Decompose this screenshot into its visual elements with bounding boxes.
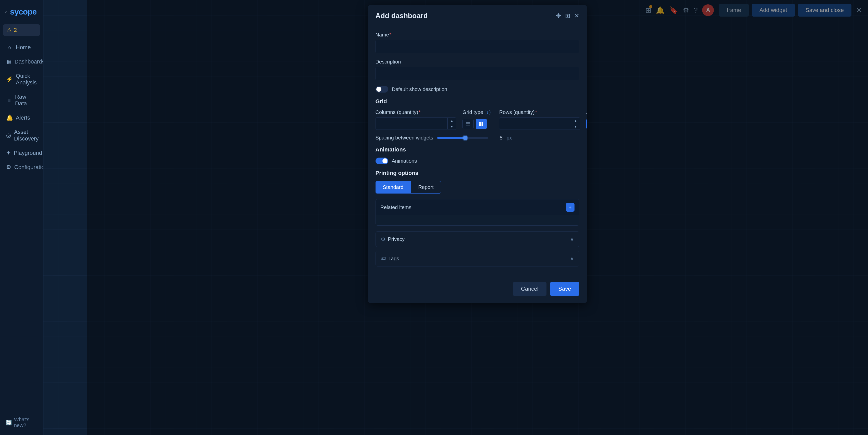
name-field-group: Name*	[375, 32, 579, 53]
sidebar-item-raw-data[interactable]: ≡ Raw Data	[2, 90, 41, 110]
grid-config-row: Columns (quantity)* 24 ▲ ▼	[375, 109, 579, 130]
logo-text: sycope	[10, 7, 36, 17]
description-field-group: Description	[375, 59, 579, 80]
columns-input[interactable]: 24	[376, 118, 447, 129]
configuration-icon: ⚙	[6, 164, 11, 171]
slider-thumb	[463, 136, 467, 140]
spacing-row: Spacing between widgets 8 px	[375, 135, 579, 141]
grid-type-list-btn[interactable]	[462, 119, 474, 129]
arrange-col: Arrange	[586, 109, 587, 129]
spacing-unit: px	[506, 135, 512, 141]
main-area: ⊞ 🔔 🔖 ⚙ ? A frame Add widget Save and cl…	[43, 0, 868, 435]
grid-type-buttons	[462, 117, 493, 129]
grid-type-col: Grid type ?	[462, 109, 493, 129]
privacy-header[interactable]: ⚙ Privacy ∨	[376, 232, 579, 247]
related-items-add-button[interactable]: +	[566, 203, 575, 212]
modal-title: Add dashboard	[375, 12, 428, 20]
arrange-buttons	[586, 117, 587, 129]
rows-spinner: 18 ▲ ▼	[499, 117, 580, 130]
svg-rect-0	[466, 122, 470, 123]
columns-decrement[interactable]: ▼	[447, 124, 456, 129]
svg-rect-5	[479, 124, 481, 126]
spacing-label: Spacing between widgets	[375, 135, 433, 141]
tags-icon: 🏷	[381, 256, 386, 262]
sidebar-bottom: 🔄 What's new?	[0, 410, 43, 435]
sidebar-item-configuration[interactable]: ⚙ Configuration	[2, 161, 41, 174]
modal-expand-icon[interactable]: ⊞	[565, 12, 570, 19]
alerts-icon: 🔔	[6, 115, 13, 121]
sidebar-item-label-asset-discovery: Asset Discovery	[14, 129, 39, 142]
rows-label: Rows (quantity)*	[499, 109, 580, 115]
save-button[interactable]: Save	[550, 282, 579, 296]
grid-type-label: Grid type	[462, 109, 483, 115]
tags-chevron-icon: ∨	[570, 256, 574, 262]
spacing-slider[interactable]	[437, 137, 488, 139]
modal-overlay: Add dashboard ✥ ⊞ ✕ Name* De	[87, 0, 868, 435]
sidebar-item-label-playground: Playground	[14, 150, 42, 156]
related-items-header: Related items +	[376, 199, 579, 215]
privacy-icon: ⚙	[381, 236, 385, 242]
svg-rect-6	[482, 124, 483, 126]
rows-increment[interactable]: ▲	[571, 118, 580, 124]
sidebar-item-label-dashboards: Dashboards	[14, 58, 45, 65]
sidebar: ‹ sycope ⚠ 2 ⌂ Home ▦ Dashboards ⚡ Quick…	[0, 0, 43, 435]
raw-data-icon: ≡	[6, 97, 12, 104]
animations-toggle[interactable]	[375, 157, 388, 164]
svg-rect-1	[466, 123, 470, 124]
privacy-label: Privacy	[388, 236, 405, 242]
modal-move-icon[interactable]: ✥	[556, 12, 561, 19]
sidebar-nav: ⌂ Home ▦ Dashboards ⚡ Quick Analysis ≡ R…	[0, 38, 43, 176]
printing-report-btn[interactable]: Report	[411, 181, 441, 194]
home-icon: ⌂	[6, 44, 13, 51]
sidebar-item-asset-discovery[interactable]: ◎ Asset Discovery	[2, 125, 41, 146]
spacing-value: 8	[492, 135, 502, 141]
sidebar-item-label-configuration: Configuration	[14, 164, 48, 171]
animations-toggle-row: Animations	[375, 157, 579, 164]
arrange-label: Arrange	[586, 109, 587, 115]
privacy-chevron-icon: ∨	[570, 236, 574, 242]
columns-spinner-arrows: ▲ ▼	[447, 118, 456, 129]
modal-close-icon[interactable]: ✕	[574, 12, 579, 19]
sidebar-item-alerts[interactable]: 🔔 Alerts	[2, 111, 41, 125]
rows-input[interactable]: 18	[499, 118, 571, 129]
whats-new-icon: 🔄	[6, 419, 12, 426]
playground-icon: ✦	[6, 150, 11, 156]
columns-spinner: 24 ▲ ▼	[375, 117, 457, 130]
sidebar-item-label-alerts: Alerts	[16, 115, 30, 121]
columns-label: Columns (quantity)*	[375, 109, 457, 115]
alert-badge[interactable]: ⚠ 2	[3, 24, 40, 36]
privacy-left: ⚙ Privacy	[381, 236, 405, 242]
default-show-description-label: Default show description	[392, 86, 447, 92]
name-input[interactable]	[375, 40, 579, 53]
rows-spinner-arrows: ▲ ▼	[571, 118, 580, 129]
svg-rect-2	[466, 125, 470, 125]
alert-icon: ⚠	[7, 27, 12, 33]
tags-header[interactable]: 🏷 Tags ∨	[376, 251, 579, 266]
rows-decrement[interactable]: ▼	[571, 124, 580, 129]
grid-type-help-icon[interactable]: ?	[485, 110, 490, 115]
columns-increment[interactable]: ▲	[447, 118, 456, 124]
grid-type-grid-btn[interactable]	[476, 119, 487, 129]
name-required-asterisk: *	[390, 32, 392, 37]
cancel-button[interactable]: Cancel	[513, 282, 547, 296]
grid-section-title: Grid	[375, 98, 579, 105]
sidebar-item-label-quick-analysis: Quick Analysis	[16, 73, 37, 86]
add-dashboard-modal: Add dashboard ✥ ⊞ ✕ Name* De	[368, 5, 587, 303]
arrange-btn-1[interactable]	[586, 119, 587, 129]
sidebar-collapse-icon[interactable]: ‹	[5, 9, 7, 15]
sidebar-item-playground[interactable]: ✦ Playground	[2, 146, 41, 160]
description-label: Description	[375, 59, 579, 65]
whats-new-link[interactable]: 🔄 What's new?	[3, 414, 40, 431]
sidebar-item-dashboards[interactable]: ▦ Dashboards	[2, 55, 41, 68]
related-items-section: Related items +	[375, 199, 579, 226]
description-input[interactable]	[375, 67, 579, 80]
whats-new-label: What's new?	[14, 417, 37, 428]
dashboards-icon: ▦	[6, 58, 11, 65]
printing-standard-btn[interactable]: Standard	[375, 181, 411, 194]
sidebar-item-quick-analysis[interactable]: ⚡ Quick Analysis	[2, 69, 41, 89]
default-show-description-toggle[interactable]	[375, 86, 388, 92]
modal-body: Name* Description Default show descripti…	[368, 25, 587, 277]
tags-label: Tags	[389, 256, 399, 262]
sidebar-item-home[interactable]: ⌂ Home	[2, 40, 41, 54]
svg-rect-4	[482, 122, 483, 124]
